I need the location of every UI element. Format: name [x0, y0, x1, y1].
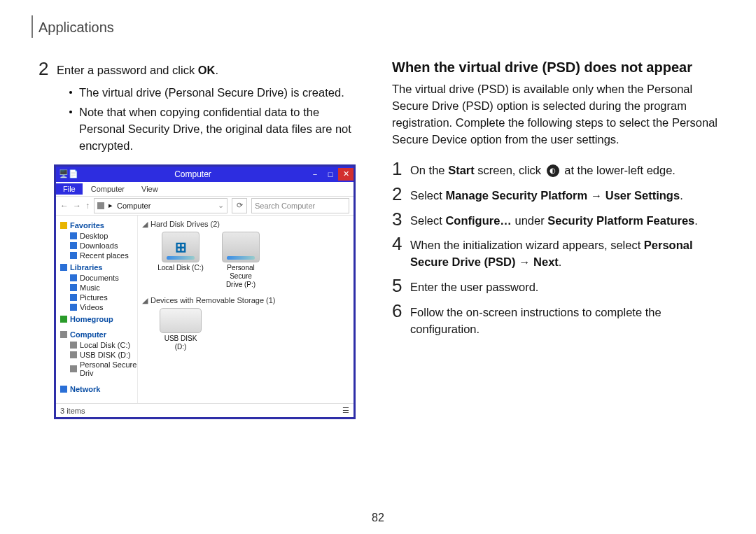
step-2: 2 Enter a password and click OK.: [38, 59, 364, 79]
page-number: 82: [0, 512, 756, 524]
step-2b: 2 Select Manage Security Platform → User…: [392, 185, 718, 204]
label: Recent places: [80, 251, 129, 260]
refresh-button[interactable]: ⟳: [232, 198, 247, 213]
close-button[interactable]: ✕: [338, 168, 354, 181]
step-text: Enter a password and click OK.: [57, 59, 218, 79]
search-input[interactable]: Search Computer: [251, 198, 349, 213]
ribbon-tabs: File Computer View: [56, 182, 354, 197]
label: Videos: [80, 303, 103, 311]
bullet-dot-icon: [69, 91, 72, 94]
usb-icon: [70, 351, 77, 358]
section-label: Devices with Removable Storage (1): [150, 296, 276, 304]
dropdown-icon[interactable]: ⌄: [218, 201, 224, 210]
label: Documents: [80, 274, 119, 282]
desktop-icon: [70, 232, 77, 239]
sidebar-item[interactable]: Pictures: [70, 293, 137, 302]
group-label: Libraries: [70, 263, 102, 272]
libraries-group[interactable]: Libraries: [60, 263, 137, 272]
sidebar-item[interactable]: Recent places: [70, 251, 137, 260]
t: under: [512, 214, 547, 227]
t: .: [694, 214, 698, 227]
drive-usb[interactable]: USB DISK (D:): [158, 308, 204, 351]
address-bar[interactable]: ▸ Computer ⌄: [94, 198, 227, 213]
step-3: 3 Select Configure… under Security Platf…: [392, 210, 718, 230]
file-tab[interactable]: File: [56, 183, 83, 195]
sidebar-item[interactable]: Personal Secure Driv: [70, 360, 137, 378]
t: Start: [448, 164, 475, 176]
step-text: Select Configure… under Security Platfor…: [410, 210, 698, 230]
videos-icon: [70, 304, 77, 311]
t: Select: [410, 189, 445, 202]
network-group[interactable]: Network: [60, 385, 137, 393]
sidebar-item[interactable]: Local Disk (C:): [70, 340, 137, 350]
group-label: Network: [70, 385, 100, 393]
t: .: [216, 64, 219, 76]
page-section-title: Applications: [38, 20, 114, 36]
view-details-icon[interactable]: ☰: [342, 406, 349, 415]
section-paragraph: The virtual drive (PSD) is available onl…: [392, 81, 718, 148]
libraries-icon: [60, 264, 67, 271]
window-icon: 🖥️📄: [59, 169, 78, 178]
step-number: 6: [392, 302, 410, 320]
step-text: Select Manage Security Platform → User S…: [410, 185, 683, 204]
sidebar-item[interactable]: Desktop: [70, 231, 137, 241]
t: Enter a password and click: [57, 64, 198, 76]
drive-local-disk[interactable]: ⊞ Local Disk (C:): [158, 232, 204, 289]
group-label: Computer: [70, 330, 106, 339]
documents-icon: [70, 274, 77, 281]
star-icon: [60, 222, 67, 229]
step-4: 4 When the initialization wizard appears…: [392, 234, 718, 271]
collapse-icon: ◢: [142, 220, 148, 228]
address-bar-row: ← → ↑ ▸ Computer ⌄ ⟳ Search Computer: [56, 197, 354, 216]
label: Music: [80, 283, 100, 292]
step-number: 5: [392, 276, 410, 295]
step-6: 6 Follow the on-screen instructions to c…: [392, 302, 718, 338]
back-button[interactable]: ←: [60, 201, 69, 211]
section-label: Hard Disk Drives (2): [150, 220, 220, 228]
label: Personal Secure Driv: [80, 360, 137, 377]
step-text: On the Start screen, click ◐ at the lowe…: [410, 160, 676, 179]
minimize-button[interactable]: −: [307, 168, 323, 181]
t: When the initialization wizard appears, …: [410, 239, 644, 251]
section-header[interactable]: ◢Devices with Removable Storage (1): [142, 296, 354, 305]
homegroup-group[interactable]: Homegroup: [60, 315, 137, 323]
computer-group[interactable]: Computer: [60, 330, 137, 339]
step-text: Enter the user password.: [410, 276, 538, 296]
section-header[interactable]: ◢Hard Disk Drives (2): [142, 220, 354, 229]
view-tab[interactable]: View: [133, 183, 167, 195]
favorites-group[interactable]: Favorites: [60, 221, 137, 230]
drive-label: Personal SecureDrive (P:): [218, 264, 264, 289]
drive-label: Local Disk (C:): [158, 264, 204, 272]
ok-text: OK: [198, 64, 216, 76]
sidebar-item[interactable]: Documents: [70, 273, 137, 283]
usb-disk-icon: [160, 308, 202, 333]
chevron-right-icon: ▸: [108, 201, 113, 210]
group-label: Favorites: [70, 221, 104, 230]
forward-button[interactable]: →: [73, 201, 81, 211]
t: .: [559, 255, 562, 268]
t: Configure…: [445, 214, 511, 227]
titlebar: 🖥️📄 Computer − □ ✕: [56, 167, 354, 182]
up-button[interactable]: ↑: [85, 201, 90, 211]
music-icon: [70, 284, 77, 291]
computer-tab[interactable]: Computer: [83, 183, 133, 195]
downloads-icon: [70, 242, 77, 249]
sidebar-item[interactable]: Videos: [70, 302, 137, 312]
label: Desktop: [80, 232, 108, 240]
step-number: 4: [392, 234, 410, 253]
step-number: 2: [392, 185, 410, 203]
psd-icon: [70, 365, 77, 372]
maximize-button[interactable]: □: [323, 168, 338, 181]
bullet-list: The virtual drive (Personal Secure Drive…: [69, 85, 364, 155]
section-heading: When the virtual drive (PSD) does not ap…: [392, 59, 718, 76]
bullet-text: Note that when copying confidential data…: [79, 104, 364, 155]
sidebar-item[interactable]: USB DISK (D:): [70, 350, 137, 360]
sidebar-item[interactable]: Downloads: [70, 241, 137, 251]
explorer-screenshot: 🖥️📄 Computer − □ ✕ File Computer View ← …: [54, 164, 356, 419]
status-bar: 3 items ☰: [56, 403, 354, 417]
sidebar-item[interactable]: Music: [70, 283, 137, 293]
label: Local Disk (C:): [80, 341, 130, 349]
t: .: [680, 189, 683, 202]
drive-psd[interactable]: Personal SecureDrive (P:): [218, 232, 264, 289]
windows-overlay-icon: ⊞: [162, 232, 199, 262]
